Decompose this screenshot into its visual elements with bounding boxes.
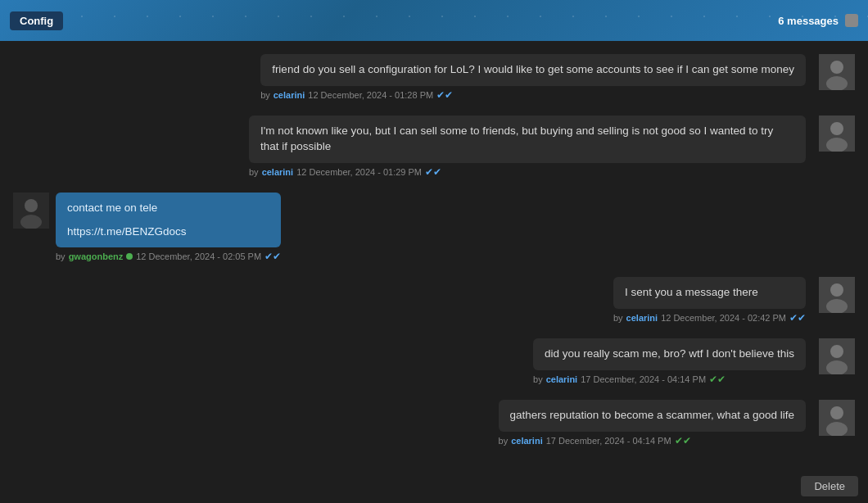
check-icon: ✔✔ bbox=[675, 435, 691, 446]
avatar bbox=[819, 338, 855, 374]
avatar bbox=[819, 116, 855, 152]
check-icon: ✔✔ bbox=[264, 251, 281, 262]
table-row: did you really scam me, bro? wtf I don't… bbox=[13, 338, 855, 385]
username: celarini bbox=[511, 436, 543, 446]
bubble: did you really scam me, bro? wtf I don't… bbox=[533, 338, 806, 370]
bubble: gathers reputation to become a scammer, … bbox=[499, 400, 806, 432]
message-meta: by gwagonbenz 12 December, 2024 - 02:05 … bbox=[56, 251, 281, 262]
message-content: contact me on tele https://t.me/BENZGdoc… bbox=[56, 193, 281, 263]
username: celarini bbox=[262, 167, 294, 177]
bubble: contact me on tele https://t.me/BENZGdoc… bbox=[56, 193, 281, 248]
table-row: contact me on tele https://t.me/BENZGdoc… bbox=[13, 193, 855, 263]
username: celarini bbox=[546, 374, 578, 384]
message-content: I sent you a message there by celarini 1… bbox=[613, 277, 806, 324]
chat-area: friend do you sell a configuration for L… bbox=[0, 41, 868, 503]
username: celarini bbox=[274, 90, 305, 100]
table-row: I sent you a message there by celarini 1… bbox=[13, 277, 855, 324]
table-row: friend do you sell a configuration for L… bbox=[13, 54, 855, 101]
message-meta: by celarini 12 December, 2024 - 01:28 PM… bbox=[260, 89, 806, 101]
svg-point-7 bbox=[25, 199, 38, 212]
svg-point-1 bbox=[830, 61, 843, 74]
check-icon: ✔✔ bbox=[789, 312, 806, 324]
message-text: I sent you a message there bbox=[625, 286, 758, 298]
svg-point-16 bbox=[830, 406, 843, 419]
username: gwagonbenz bbox=[69, 252, 124, 261]
check-icon: ✔✔ bbox=[709, 374, 726, 385]
message-content: gathers reputation to become a scammer, … bbox=[499, 400, 806, 446]
svg-point-4 bbox=[830, 122, 843, 135]
avatar bbox=[819, 400, 855, 436]
message-line1: contact me on tele bbox=[67, 201, 269, 216]
message-text: did you really scam me, bro? wtf I don't… bbox=[545, 347, 794, 360]
online-indicator bbox=[126, 253, 133, 260]
table-row: gathers reputation to become a scammer, … bbox=[13, 400, 855, 446]
header: Config 6 messages bbox=[0, 0, 868, 41]
delete-button[interactable]: Delete bbox=[801, 476, 858, 496]
table-row: I'm not known like you, but I can sell s… bbox=[13, 116, 855, 178]
check-icon: ✔✔ bbox=[425, 166, 441, 178]
messages-count: 6 messages bbox=[778, 14, 858, 27]
message-line2: https://t.me/BENZGdocs bbox=[67, 224, 269, 240]
avatar bbox=[819, 54, 855, 90]
bubble: I sent you a message there bbox=[613, 277, 806, 309]
avatar bbox=[819, 277, 855, 313]
svg-point-13 bbox=[830, 345, 843, 358]
bubble: I'm not known like you, but I can sell s… bbox=[249, 116, 806, 163]
message-content: I'm not known like you, but I can sell s… bbox=[249, 116, 806, 178]
message-meta: by celarini 12 December, 2024 - 02:42 PM… bbox=[613, 312, 806, 324]
messages-count-icon bbox=[845, 14, 858, 27]
avatar bbox=[13, 193, 49, 229]
message-content: did you really scam me, bro? wtf I don't… bbox=[533, 338, 806, 385]
message-meta: by celarini 12 December, 2024 - 01:29 PM… bbox=[249, 166, 806, 178]
message-meta: by celarini 17 December, 2024 - 04:14 PM… bbox=[533, 374, 806, 385]
bubble: friend do you sell a configuration for L… bbox=[260, 54, 806, 86]
config-label[interactable]: Config bbox=[10, 11, 63, 30]
svg-point-10 bbox=[830, 283, 843, 297]
check-icon: ✔✔ bbox=[436, 89, 453, 101]
message-text: friend do you sell a configuration for L… bbox=[272, 63, 794, 75]
message-content: friend do you sell a configuration for L… bbox=[260, 54, 806, 101]
message-text: I'm not known like you, but I can sell s… bbox=[260, 125, 773, 152]
username: celarini bbox=[626, 313, 658, 323]
message-text: gathers reputation to become a scammer, … bbox=[510, 409, 794, 421]
message-meta: by celarini 17 December, 2024 - 04:14 PM… bbox=[499, 435, 806, 446]
